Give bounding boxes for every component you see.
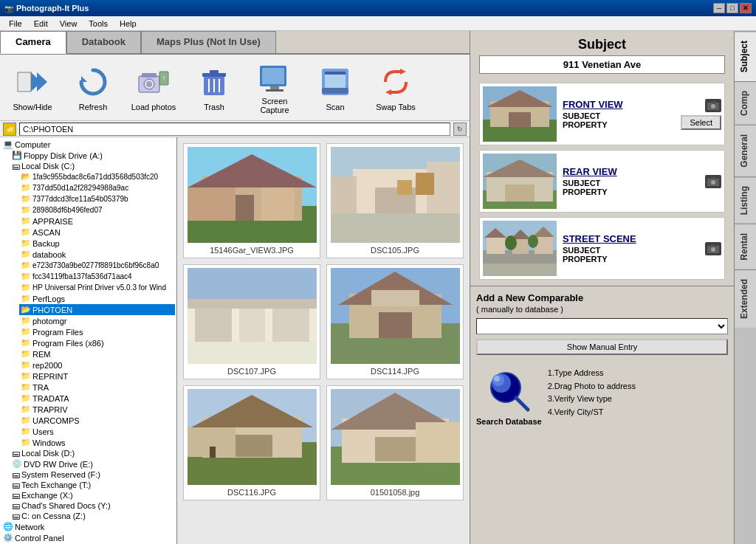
front-view-title[interactable]: FRONT VIEW xyxy=(563,99,675,110)
tree-sysres[interactable]: 🖴 System Reserved (F:) xyxy=(10,469,175,480)
tree-windows[interactable]: 📁 Windows xyxy=(19,437,175,448)
tree-uarcomps[interactable]: 📁 UARCOMPS xyxy=(19,415,175,426)
menu-help[interactable]: Help xyxy=(114,18,142,30)
folder-tra-icon: 📁 xyxy=(21,382,31,392)
trash-button[interactable]: Trash xyxy=(185,60,244,116)
right-tab-rental[interactable]: Rental xyxy=(735,224,756,269)
show-hide-icon xyxy=(15,64,50,100)
menu-view[interactable]: View xyxy=(54,18,83,30)
photo-cell-4[interactable]: DSC114.JPG xyxy=(326,264,464,379)
right-tab-subject[interactable]: Subject xyxy=(735,31,756,81)
tree-folder-3[interactable]: 📁 7377ddcd3fce11a54b05379b xyxy=(19,193,175,204)
tab-databook[interactable]: Databook xyxy=(66,31,141,53)
tree-program-files-x86[interactable]: 📁 Program Files (x86) xyxy=(19,337,175,348)
tree-control-panel[interactable]: ⚙️ Control Panel xyxy=(1,532,175,543)
tree-photomgr[interactable]: 📁 photomgr xyxy=(19,315,175,326)
right-tab-extended[interactable]: Extended xyxy=(735,269,756,328)
screen-capture-icon xyxy=(257,61,292,94)
svg-rect-31 xyxy=(261,187,295,221)
tree-perflogs[interactable]: 📁 PerfLogs xyxy=(19,293,175,304)
svg-marker-25 xyxy=(385,89,391,95)
tree-folder-5[interactable]: 📁 e723d730a9be0277f8891bc6bf96c8a0 xyxy=(19,260,175,271)
tree-tech[interactable]: 🖴 Tech Exchange (T:) xyxy=(10,480,175,490)
tree-folder-4[interactable]: 📁 289808df6b496fed07 xyxy=(19,204,175,216)
photo-cell-6[interactable]: 01501058.jpg xyxy=(326,385,464,500)
tree-network[interactable]: 🌐 Network xyxy=(1,521,175,532)
manual-entry-button[interactable]: Show Manual Entry xyxy=(476,339,728,355)
minimize-button[interactable]: ─ xyxy=(713,3,725,13)
title-bar: 📷 Photograph-It Plus ─ □ ✕ xyxy=(0,0,756,16)
right-main: Subject 911 Venetian Ave xyxy=(470,31,734,544)
photo-cell-5[interactable]: DSC116.JPG xyxy=(183,385,320,500)
tree-program-files[interactable]: 📁 Program Files xyxy=(19,326,175,337)
photo-cell-2[interactable]: DSC105.JPG xyxy=(326,143,464,258)
disk-d-icon: 🖴 xyxy=(12,449,20,458)
svg-rect-97 xyxy=(711,244,715,247)
swap-tabs-button[interactable]: Swap Tabs xyxy=(366,60,425,116)
photo-cell-3[interactable]: DSC107.JPG xyxy=(183,264,320,379)
svg-rect-54 xyxy=(371,290,419,306)
property-rear-view: REAR VIEW SUBJECTPROPERTY xyxy=(479,150,725,213)
svg-rect-83 xyxy=(711,177,715,179)
menu-tools[interactable]: Tools xyxy=(83,18,114,30)
right-tab-listing[interactable]: Listing xyxy=(735,176,756,224)
rear-view-actions xyxy=(705,175,721,188)
right-tab-general[interactable]: General xyxy=(735,125,756,176)
load-photos-button[interactable]: ↑ Load photos xyxy=(124,60,183,116)
tree-folder-6[interactable]: 📁 fcc34119fba137fa536d71aac4 xyxy=(19,271,175,282)
tree-backup[interactable]: 📁 Backup xyxy=(19,238,175,249)
tree-tra[interactable]: 📁 TRA xyxy=(19,382,175,393)
search-database-button[interactable]: Search Database xyxy=(476,367,542,426)
photo-cell-1[interactable]: 15146Gar_VIEW3.JPG xyxy=(183,143,320,258)
select-button-front[interactable]: Select xyxy=(681,115,721,130)
svg-rect-61 xyxy=(210,447,216,458)
content-area: 💻 Computer 💾 Floppy Disk Drive (A:) 🖴 Lo… xyxy=(0,137,470,544)
tab-camera[interactable]: Camera xyxy=(0,31,66,54)
tree-ascan[interactable]: 📁 ASCAN xyxy=(19,227,175,238)
tree-chads[interactable]: 🖴 Chad's Shared Docs (Y:) xyxy=(10,500,175,511)
svg-rect-44 xyxy=(188,297,317,309)
folder-trapriv-icon: 📁 xyxy=(21,404,31,414)
refresh-button[interactable]: Refresh xyxy=(63,60,123,116)
tree-rep2000[interactable]: 📁 rep2000 xyxy=(19,359,175,371)
screen-capture-button[interactable]: Screen Capture xyxy=(245,60,304,116)
tree-local-d[interactable]: 🖴 Local Disk (D:) xyxy=(10,448,175,458)
folder-databook-icon: 📁 xyxy=(21,249,31,259)
tree-folder-1[interactable]: 📂 1fa9c955bdac8c6a71dd3568d503fc20 xyxy=(19,171,175,182)
tree-floppy[interactable]: 💾 Floppy Disk Drive (A:) xyxy=(10,150,175,161)
tree-exchange[interactable]: 🖴 Exchange (X:) xyxy=(10,490,175,500)
tree-appraise[interactable]: 📁 APPRAISE xyxy=(19,216,175,227)
tree-computer[interactable]: 💻 Computer xyxy=(1,139,175,150)
tree-databook[interactable]: 📁 databook xyxy=(19,249,175,260)
rear-view-title[interactable]: REAR VIEW xyxy=(563,166,699,177)
tree-photoen[interactable]: 📂 PHOTOEN xyxy=(19,304,175,315)
svg-point-74 xyxy=(711,104,715,109)
tree-trapriv[interactable]: 📁 TRAPRIV xyxy=(19,404,175,415)
path-refresh-icon[interactable]: ↻ xyxy=(453,123,467,136)
street-scene-title[interactable]: STREET SCENE xyxy=(563,233,699,244)
tree-hp[interactable]: 📁 HP Universal Print Driver v5.0.3 for W… xyxy=(19,282,175,293)
tree-users[interactable]: 📁 Users xyxy=(19,426,175,437)
close-button[interactable]: ✕ xyxy=(740,3,752,13)
tree-cessna[interactable]: 🖴 C: on Cessna (Z:) xyxy=(10,511,175,521)
street-scene-actions xyxy=(705,242,721,255)
tree-local-c[interactable]: 🖴 Local Disk (C:) xyxy=(10,161,175,171)
svg-point-101 xyxy=(494,376,500,382)
path-input[interactable] xyxy=(19,123,450,136)
tree-tradata[interactable]: 📁 TRADATA xyxy=(19,393,175,404)
show-hide-button[interactable]: Show/Hide xyxy=(3,60,62,116)
menu-edit[interactable]: Edit xyxy=(28,18,54,30)
tree-repriv[interactable]: 📁 REPRINT xyxy=(19,371,175,382)
rear-camera-icon xyxy=(705,175,721,188)
tree-folder-2[interactable]: 📁 737dd50d1a2f28294988a9ac xyxy=(19,182,175,193)
menu-bar: File Edit View Tools Help xyxy=(0,16,756,31)
tab-maps[interactable]: Maps Plus (Not In Use) xyxy=(141,31,276,53)
tree-dvd[interactable]: 💿 DVD RW Drive (E:) xyxy=(10,458,175,469)
comparable-dropdown[interactable] xyxy=(476,318,728,334)
tree-rem[interactable]: 📁 REM xyxy=(19,348,175,359)
maximize-button[interactable]: □ xyxy=(726,3,738,13)
scan-button[interactable]: Scan xyxy=(306,60,365,116)
svg-point-93 xyxy=(505,235,517,250)
right-tab-comp[interactable]: Comp xyxy=(735,81,756,125)
menu-file[interactable]: File xyxy=(3,18,28,30)
